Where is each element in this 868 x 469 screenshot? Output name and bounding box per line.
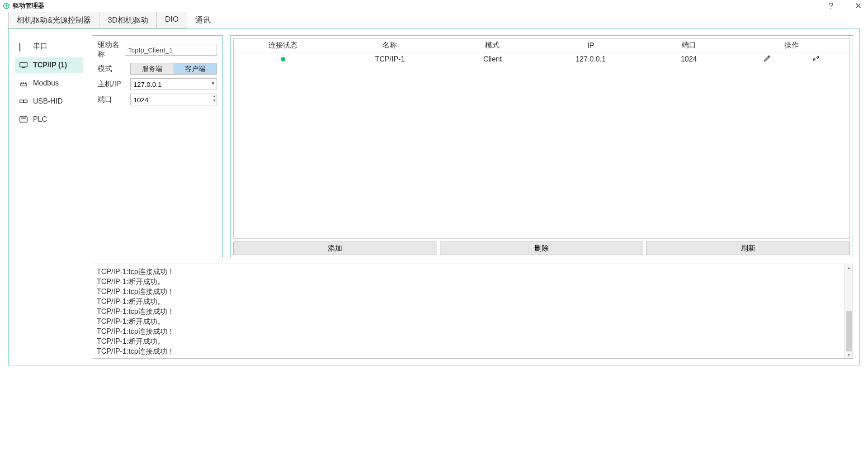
sidebar-item-plc[interactable]: PLC (15, 112, 83, 127)
modbus-icon (19, 80, 28, 86)
protocol-sidebar: 串口 TCP/IP (1) Modbus USB-HID PLC (15, 35, 83, 359)
log-line: TCP/IP-1:tcp连接成功！ (97, 287, 840, 297)
table-row[interactable]: TCP/IP-1 Client 127.0.0.1 1024 (234, 52, 849, 66)
chevron-down-icon[interactable]: ▾ (212, 80, 214, 86)
mode-label: 模式 (98, 64, 130, 74)
app-icon (3, 2, 10, 9)
svg-rect-3 (20, 62, 27, 67)
spin-up-icon[interactable]: ▲ (212, 94, 216, 99)
main-tabs: 相机驱动&光源控制器 3D相机驱动 DIO 通讯 (0, 12, 868, 28)
serial-icon (19, 43, 28, 50)
log-line: TCP/IP-1:tcp连接成功！ (97, 327, 840, 336)
host-label: 主机/IP (98, 80, 130, 89)
col-status: 连接状态 (234, 41, 332, 50)
cell-mode: Client (448, 55, 537, 63)
sidebar-item-label: Modbus (33, 79, 59, 87)
sidebar-item-label: 串口 (33, 42, 47, 51)
scroll-down-icon[interactable]: ▾ (848, 352, 850, 357)
status-dot-icon (281, 57, 285, 62)
mode-toggle: 服务端 客户端 (130, 63, 217, 75)
refresh-button[interactable]: 刷新 (646, 242, 850, 255)
edit-icon[interactable] (763, 54, 771, 64)
sidebar-item-modbus[interactable]: Modbus (15, 76, 83, 91)
svg-rect-6 (20, 100, 24, 103)
col-mode: 模式 (448, 41, 537, 50)
driver-form-panel: 驱动名称 模式 服务端 客户端 主机/IP ▾ (92, 35, 223, 258)
svg-rect-5 (20, 84, 27, 86)
disconnect-icon[interactable] (812, 54, 820, 64)
delete-button[interactable]: 删除 (440, 242, 644, 255)
sidebar-item-serial[interactable]: 串口 (15, 38, 83, 55)
sidebar-item-tcpip[interactable]: TCP/IP (1) (15, 57, 83, 73)
port-input[interactable] (130, 94, 217, 105)
port-label: 端口 (98, 95, 130, 104)
close-button[interactable]: ✕ (853, 1, 863, 11)
tcpip-icon (19, 62, 28, 68)
title-bar: 驱动管理器 ? ✕ (0, 0, 868, 12)
tab-3d-camera[interactable]: 3D相机驱动 (99, 12, 157, 28)
usb-icon (19, 98, 28, 104)
log-line: TCP/IP-1:tcp连接成功！ (97, 267, 840, 277)
tab-dio[interactable]: DIO (156, 12, 187, 28)
scroll-up-icon[interactable]: ▴ (848, 265, 850, 270)
help-button[interactable]: ? (826, 1, 836, 11)
host-combo[interactable]: ▾ (130, 78, 217, 90)
col-name: 名称 (332, 41, 448, 50)
cell-port: 1024 (644, 55, 733, 63)
connections-table: 连接状态 名称 模式 IP 端口 操作 TCP/IP-1 Client 127.… (233, 38, 850, 239)
col-ops: 操作 (733, 41, 849, 50)
sidebar-item-usbhid[interactable]: USB-HID (15, 94, 83, 109)
host-input[interactable] (130, 78, 217, 90)
log-scrollbar[interactable]: ▴ ▾ (844, 264, 853, 358)
sidebar-item-label: PLC (33, 115, 47, 123)
scroll-thumb[interactable] (846, 311, 852, 351)
cell-name: TCP/IP-1 (332, 55, 448, 63)
col-port: 端口 (644, 41, 733, 50)
cell-ops (733, 54, 849, 64)
log-line: TCP/IP-1:断开成功。 (97, 297, 840, 307)
svg-rect-4 (22, 67, 25, 68)
cell-status (234, 55, 332, 63)
svg-rect-9 (21, 118, 26, 118)
log-line: TCP/IP-1:断开成功。 (97, 317, 840, 327)
col-ip: IP (537, 42, 644, 50)
table-header: 连接状态 名称 模式 IP 端口 操作 (234, 39, 849, 52)
tab-camera-light[interactable]: 相机驱动&光源控制器 (8, 12, 99, 28)
log-line: TCP/IP-1:tcp连接成功！ (97, 346, 840, 356)
driver-name-input[interactable] (125, 44, 217, 56)
log-line: TCP/IP-1:tcp连接成功！ (97, 307, 840, 317)
driver-name-label: 驱动名称 (98, 40, 125, 59)
log-line: TCP/IP-1:断开成功。 (97, 336, 840, 346)
mode-client-button[interactable]: 客户端 (174, 63, 217, 74)
log-line: TCP/IP-1:断开成功。 (97, 277, 840, 287)
plc-icon (19, 116, 28, 123)
cell-ip: 127.0.0.1 (537, 55, 644, 63)
port-spinner[interactable]: ▲ ▼ (130, 94, 217, 105)
content-frame: 串口 TCP/IP (1) Modbus USB-HID PLC (8, 28, 860, 365)
sidebar-item-label: USB-HID (33, 97, 63, 105)
mode-server-button[interactable]: 服务端 (131, 63, 174, 74)
window-title: 驱动管理器 (13, 2, 44, 10)
tab-communication[interactable]: 通讯 (187, 12, 219, 28)
connections-panel: 连接状态 名称 模式 IP 端口 操作 TCP/IP-1 Client 127.… (230, 35, 853, 258)
sidebar-item-label: TCP/IP (1) (33, 61, 67, 69)
add-button[interactable]: 添加 (233, 242, 437, 255)
spin-down-icon[interactable]: ▼ (212, 99, 216, 103)
svg-rect-8 (20, 117, 27, 122)
log-panel: TCP/IP-1:tcp连接成功！ TCP/IP-1:断开成功。 TCP/IP-… (92, 264, 853, 359)
log-text[interactable]: TCP/IP-1:tcp连接成功！ TCP/IP-1:断开成功。 TCP/IP-… (92, 264, 844, 358)
svg-rect-7 (24, 100, 27, 103)
